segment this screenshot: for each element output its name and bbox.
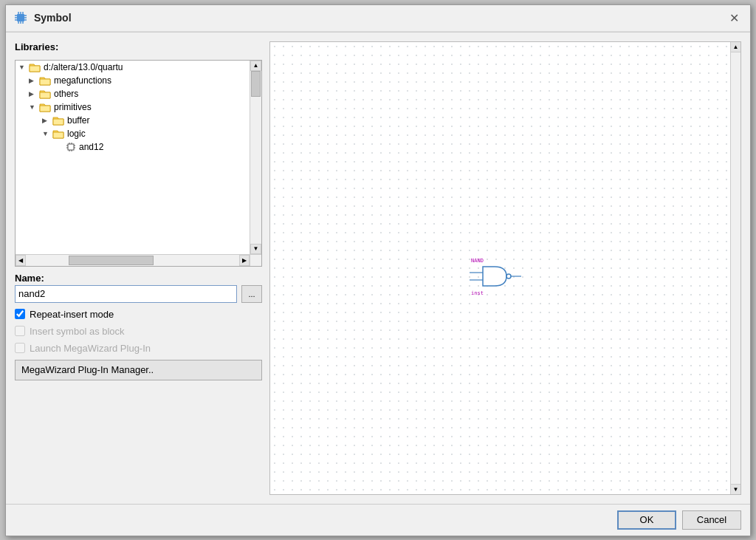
left-panel: Libraries: ▼ d:/altera/13.0/quartu <box>15 41 262 495</box>
launch-megawizard-checkbox[interactable] <box>15 343 25 353</box>
svg-point-26 <box>506 274 511 278</box>
tree-item-megafunctions[interactable]: ▶ megafunctions <box>16 74 250 87</box>
tree-item-buffer[interactable]: ▶ buffer <box>16 114 250 127</box>
arrow-others: ▶ <box>29 90 39 98</box>
v-scroll-track[interactable] <box>250 71 261 244</box>
title-left: Symbol <box>13 10 72 25</box>
inst-label: inst <box>471 290 484 296</box>
footer: OK Cancel <box>6 504 750 536</box>
tree-label-primitives: primitives <box>54 102 92 112</box>
tree-item-and12[interactable]: and12 <box>16 140 250 154</box>
svg-rect-0 <box>17 14 24 21</box>
arrow-megafunctions: ▶ <box>29 77 39 84</box>
name-input[interactable] <box>15 285 237 303</box>
repeat-insert-row: Repeat-insert mode <box>15 309 262 320</box>
right-scrollbar[interactable]: ▲ ▼ <box>730 42 740 494</box>
nand-symbol: NAND inst <box>470 256 529 303</box>
tree-label-logic: logic <box>67 129 86 139</box>
folder-icon-buffer <box>52 115 64 126</box>
nand-label: NAND <box>471 258 484 264</box>
launch-megawizard-label: Launch MegaWizard Plug-In <box>30 343 151 354</box>
folder-icon-megafunctions <box>39 75 51 86</box>
v-scroll-up-btn[interactable]: ▲ <box>250 61 261 71</box>
content-area: Libraries: ▼ d:/altera/13.0/quartu <box>6 33 750 504</box>
name-row: ... <box>15 285 262 303</box>
arrow-root: ▼ <box>18 64 29 71</box>
folder-icon-primitives <box>39 102 51 112</box>
v-scroll-down-btn[interactable]: ▼ <box>250 244 261 254</box>
tree-inner: ▼ d:/altera/13.0/quartu ▶ <box>16 61 250 254</box>
insert-as-block-checkbox[interactable] <box>15 326 25 336</box>
right-scroll-up[interactable]: ▲ <box>731 42 740 52</box>
folder-icon-logic <box>52 129 64 139</box>
repeat-insert-checkbox[interactable] <box>15 309 25 319</box>
browse-button[interactable]: ... <box>241 285 262 303</box>
close-button[interactable]: ✕ <box>725 9 743 27</box>
tree-item-others[interactable]: ▶ others <box>16 87 250 100</box>
name-section: Name: ... <box>15 273 262 303</box>
right-scroll-down[interactable]: ▼ <box>731 484 740 494</box>
tree-item-root[interactable]: ▼ d:/altera/13.0/quartu <box>16 61 250 74</box>
tree-item-logic[interactable]: ▼ logic <box>16 127 250 140</box>
chip-icon-and12 <box>66 142 76 152</box>
cancel-button[interactable]: Cancel <box>682 510 741 530</box>
tree-container[interactable]: ▼ d:/altera/13.0/quartu ▶ <box>15 60 262 267</box>
repeat-insert-label: Repeat-insert mode <box>30 309 114 320</box>
arrow-logic: ▼ <box>42 130 52 137</box>
insert-as-block-label: Insert symbol as block <box>30 326 125 337</box>
tree-label-root: d:/altera/13.0/quartu <box>44 62 123 72</box>
scroll-corner <box>250 254 261 266</box>
libraries-label: Libraries: <box>15 41 262 52</box>
megawizard-button[interactable]: MegaWizard Plug-In Manager.. <box>15 360 262 380</box>
h-scroll-thumb[interactable] <box>69 256 154 265</box>
insert-as-block-row: Insert symbol as block <box>15 326 262 337</box>
h-scroll-track[interactable] <box>26 255 239 266</box>
folder-icon-root <box>29 62 41 72</box>
nand-gate-svg: NAND inst <box>470 256 529 301</box>
preview-panel: NAND inst ▲ ▼ <box>269 41 741 495</box>
tree-label-others: others <box>54 89 78 99</box>
tree-label-and12: and12 <box>79 142 103 152</box>
v-scrollbar[interactable]: ▲ ▼ <box>250 61 261 254</box>
tree-label-megafunctions: megafunctions <box>54 75 111 86</box>
arrow-and12 <box>55 143 66 151</box>
svg-rect-13 <box>68 144 74 150</box>
dialog-title: Symbol <box>34 12 72 24</box>
arrow-buffer: ▶ <box>42 117 52 124</box>
tree-item-primitives[interactable]: ▼ primitives <box>16 100 250 114</box>
h-scrollbar[interactable]: ◀ ▶ <box>16 254 250 266</box>
v-scroll-thumb[interactable] <box>251 71 261 97</box>
h-scroll-left-btn[interactable]: ◀ <box>16 255 26 266</box>
tree-label-buffer: buffer <box>67 115 89 126</box>
arrow-primitives: ▼ <box>29 103 39 111</box>
ok-button[interactable]: OK <box>617 510 676 530</box>
title-bar: Symbol ✕ <box>6 5 750 32</box>
folder-icon-others <box>39 89 51 99</box>
launch-megawizard-row: Launch MegaWizard Plug-In <box>15 343 262 354</box>
right-scroll-track[interactable] <box>731 52 740 484</box>
symbol-dialog: Symbol ✕ Libraries: ▼ d:/altera/ <box>5 4 751 536</box>
dialog-icon <box>13 10 28 25</box>
name-label: Name: <box>15 273 262 284</box>
h-scroll-right-btn[interactable]: ▶ <box>239 255 250 266</box>
